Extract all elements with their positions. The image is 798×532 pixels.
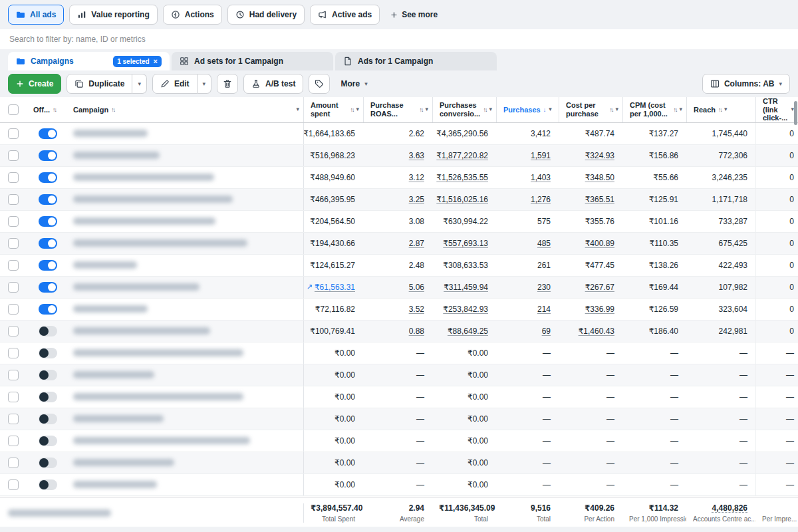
chevron-down-icon[interactable]: ▾ (615, 106, 618, 112)
row-checkbox[interactable] (8, 326, 19, 336)
chevron-down-icon[interactable]: ▾ (425, 106, 428, 112)
column-header-cost[interactable]: Cost per purchase↑↓▾ (559, 97, 622, 122)
ab-test-button[interactable]: A/B test (243, 74, 303, 94)
campaign-name-redacted[interactable] (73, 174, 214, 181)
sort-icon[interactable]: ↑↓ (609, 106, 612, 113)
campaign-active-toggle[interactable] (39, 436, 57, 446)
search-input[interactable] (0, 29, 798, 49)
tab-ad-sets-for-1-campaign[interactable]: Ad sets for 1 Campaign (172, 52, 333, 70)
campaign-name-redacted[interactable] (73, 261, 137, 269)
filter-pill-had-delivery[interactable]: Had delivery (227, 5, 305, 25)
sort-icon[interactable]: ↓ (543, 106, 547, 113)
column-header-campaign[interactable]: Campaign↑↓▾ (66, 97, 303, 122)
tag-button[interactable] (309, 74, 330, 94)
campaign-name-redacted[interactable] (73, 196, 233, 203)
campaign-name-redacted[interactable] (73, 305, 148, 313)
duplicate-dropdown-button[interactable]: ▾ (132, 74, 147, 94)
campaign-active-toggle[interactable] (39, 172, 57, 183)
campaign-name-redacted[interactable] (73, 239, 247, 247)
amount-value[interactable]: ₹61,563.31 (315, 283, 355, 292)
campaign-active-toggle[interactable] (39, 282, 57, 293)
row-checkbox[interactable] (8, 194, 19, 205)
chevron-down-icon[interactable]: ▾ (296, 106, 299, 112)
campaign-active-toggle[interactable] (39, 128, 57, 139)
chevron-down-icon[interactable]: ▾ (679, 106, 682, 112)
campaign-name-redacted[interactable] (73, 393, 243, 400)
campaign-active-toggle[interactable] (39, 238, 57, 249)
row-checkbox[interactable] (8, 216, 19, 227)
campaign-name-redacted[interactable] (73, 349, 243, 356)
column-header-reach[interactable]: Reach↑↓▾ (686, 97, 755, 122)
campaign-name-redacted[interactable] (73, 327, 210, 334)
campaign-name-redacted[interactable] (73, 459, 174, 466)
column-header-off[interactable]: Off...↑↓ (29, 97, 66, 122)
sort-icon[interactable]: ↑↓ (718, 106, 722, 113)
sort-icon[interactable]: ↑↓ (111, 106, 114, 113)
see-more-button[interactable]: See more (386, 9, 442, 20)
campaign-active-toggle[interactable] (39, 216, 57, 227)
campaign-active-toggle[interactable] (39, 304, 57, 315)
campaign-active-toggle[interactable] (39, 326, 57, 336)
column-header-cpm[interactable]: CPM (cost per 1,000...↑↓▾ (622, 97, 686, 122)
edit-button[interactable]: Edit (152, 74, 198, 94)
campaign-name-redacted[interactable] (73, 217, 215, 225)
filter-pill-value-reporting[interactable]: Value reporting (69, 5, 157, 25)
column-header-roas[interactable]: Purchase ROAS...↑↓▾ (363, 97, 432, 122)
row-checkbox[interactable] (8, 436, 19, 446)
close-icon[interactable]: × (154, 58, 158, 65)
row-checkbox[interactable] (8, 282, 19, 293)
row-checkbox[interactable] (8, 172, 19, 183)
campaign-name-redacted[interactable] (73, 283, 200, 291)
chevron-down-icon[interactable]: ▾ (356, 106, 359, 112)
row-checkbox[interactable] (8, 392, 19, 402)
campaign-name-redacted[interactable] (73, 437, 250, 444)
campaign-active-toggle[interactable] (39, 194, 57, 205)
row-checkbox[interactable] (8, 128, 19, 139)
filter-pill-all-ads[interactable]: All ads (8, 5, 64, 25)
tab-campaigns[interactable]: Campaigns1 selected× (8, 52, 170, 70)
campaign-active-toggle[interactable] (39, 458, 57, 468)
sort-icon[interactable]: ↑↓ (483, 106, 486, 113)
filter-pill-active-ads[interactable]: Active ads (310, 5, 380, 25)
campaign-active-toggle[interactable] (39, 260, 57, 271)
row-checkbox[interactable] (8, 304, 19, 315)
row-checkbox[interactable] (8, 479, 19, 490)
column-header-purchases[interactable]: Purchases↓▾ (496, 97, 559, 122)
campaign-active-toggle[interactable] (39, 414, 57, 424)
filter-pill-actions[interactable]: Actions (163, 5, 222, 25)
row-checkbox[interactable] (8, 150, 19, 161)
chevron-down-icon[interactable]: ▾ (489, 106, 492, 112)
column-header-conv[interactable]: Purchases conversio...↑↓▾ (432, 97, 496, 122)
campaign-active-toggle[interactable] (39, 348, 57, 358)
more-button[interactable]: More ▾ (335, 74, 372, 94)
columns-button[interactable]: Columns: AB ▾ (702, 74, 790, 94)
row-checkbox[interactable] (8, 238, 19, 249)
duplicate-button[interactable]: Duplicate (66, 74, 132, 94)
vertical-scrollbar[interactable] (794, 101, 797, 125)
campaign-active-toggle[interactable] (39, 479, 57, 490)
row-checkbox[interactable] (8, 260, 19, 271)
sort-icon[interactable]: ↑↓ (419, 106, 422, 113)
campaign-name-redacted[interactable] (73, 130, 148, 137)
sort-icon[interactable]: ↑↓ (673, 106, 676, 113)
column-header-amount[interactable]: Amount spent↑↓▾ (303, 97, 363, 122)
campaign-name-redacted[interactable] (73, 415, 164, 422)
tab-ads-for-1-campaign[interactable]: Ads for 1 Campaign (335, 52, 497, 70)
row-checkbox[interactable] (8, 458, 19, 468)
sort-icon[interactable]: ↑↓ (350, 106, 353, 113)
row-checkbox[interactable] (8, 348, 19, 358)
chevron-down-icon[interactable]: ▾ (724, 106, 728, 112)
create-button[interactable]: Create (8, 74, 61, 94)
column-header-ctr[interactable]: CTR (link click-...▾ (755, 97, 798, 122)
footer-value[interactable]: 4,480,826 (693, 503, 747, 513)
edit-dropdown-button[interactable]: ▾ (198, 74, 212, 94)
delete-button[interactable] (217, 74, 238, 94)
chevron-down-icon[interactable]: ▾ (549, 106, 552, 112)
campaign-active-toggle[interactable] (39, 150, 57, 161)
campaign-active-toggle[interactable] (39, 392, 57, 402)
campaign-active-toggle[interactable] (39, 370, 57, 380)
campaign-name-redacted[interactable] (73, 481, 157, 488)
campaign-name-redacted[interactable] (73, 371, 154, 378)
campaign-name-redacted[interactable] (73, 152, 160, 159)
row-checkbox[interactable] (8, 414, 19, 424)
